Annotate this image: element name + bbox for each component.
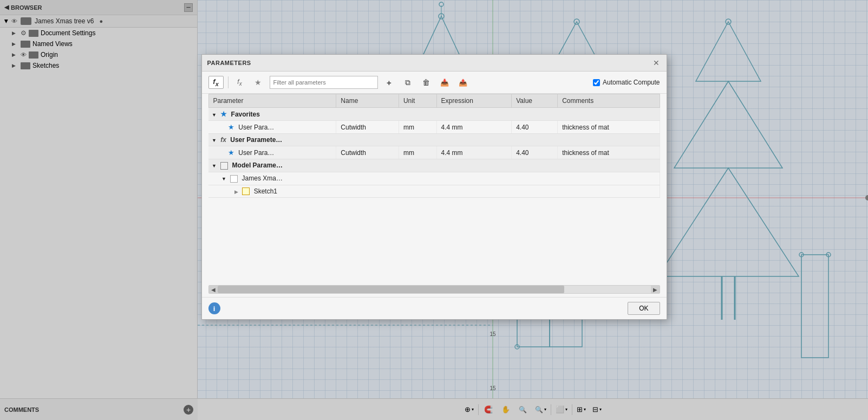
favorites-expand-icon[interactable]: ▼ bbox=[212, 112, 217, 118]
model-params-label: Model Parame… bbox=[232, 161, 283, 169]
user-params-expand-icon[interactable]: ▼ bbox=[212, 138, 217, 143]
parameters-table-container: Parameter Name Unit Expression Value Com… bbox=[208, 94, 660, 282]
table-header-row: Parameter Name Unit Expression Value Com… bbox=[208, 94, 660, 108]
parameters-table: Parameter Name Unit Expression Value Com… bbox=[208, 94, 660, 198]
modal-overlay: PARAMETERS ✕ fx fx ★ + ⧉ 🗑 📥 � bbox=[0, 0, 868, 420]
fav-row-unit: mm bbox=[399, 121, 436, 134]
user-row-param: ★ User Para… bbox=[208, 146, 336, 159]
user-row-param-label: User Para… bbox=[238, 149, 274, 157]
scroll-left-arrow[interactable]: ◀ bbox=[209, 285, 218, 294]
info-icon[interactable]: i bbox=[208, 302, 220, 314]
dialog-footer: i OK bbox=[202, 297, 667, 319]
sketch1-icon bbox=[242, 188, 250, 195]
fx2-button[interactable]: fx bbox=[233, 76, 247, 89]
fx2-icon: fx bbox=[237, 78, 242, 87]
horizontal-scrollbar[interactable]: ◀ ▶ bbox=[208, 285, 660, 294]
user-params-fx-icon: fx bbox=[220, 136, 226, 144]
james-expand-icon[interactable]: ▼ bbox=[221, 176, 226, 182]
sketch1-label: Sketch1 bbox=[254, 188, 277, 195]
auto-compute-section: Automatic Compute bbox=[593, 79, 660, 86]
favorites-label: Favorites bbox=[231, 111, 260, 118]
user-params-row-0[interactable]: ★ User Para… Cutwidth mm 4.4 mm 4.40 thi… bbox=[208, 146, 660, 159]
star-outline-icon: ★ bbox=[254, 78, 262, 87]
fav-row-name: Cutwidth bbox=[336, 121, 399, 134]
copy-parameter-button[interactable]: ⧉ bbox=[401, 76, 415, 89]
model-params-box-icon bbox=[220, 162, 228, 170]
user-row-comments: thickness of mat bbox=[558, 146, 660, 159]
filter-input[interactable] bbox=[270, 76, 378, 89]
dialog-close-button[interactable]: ✕ bbox=[651, 58, 661, 68]
col-unit: Unit bbox=[399, 94, 436, 108]
user-params-label: User Paramete… bbox=[230, 136, 282, 144]
user-row-value: 4.40 bbox=[512, 146, 558, 159]
toolbar-separator-1 bbox=[228, 76, 229, 88]
fav-row-param: ★ User Para… bbox=[208, 121, 336, 134]
fx-icon: fx bbox=[213, 77, 218, 87]
sketch1-row[interactable]: ▶ Sketch1 bbox=[208, 185, 660, 198]
favorites-star-icon: ★ bbox=[220, 110, 227, 118]
add-parameter-button[interactable]: + bbox=[382, 76, 396, 89]
user-params-group-row[interactable]: ▼ fx User Paramete… bbox=[208, 134, 660, 146]
james-label: James Xma… bbox=[242, 175, 283, 182]
auto-compute-checkbox[interactable] bbox=[593, 79, 600, 86]
fav-row-comments: thickness of mat bbox=[558, 121, 660, 134]
model-params-group-row[interactable]: ▼ Model Parame… bbox=[208, 159, 660, 172]
fav-row-value: 4.40 bbox=[512, 121, 558, 134]
col-value: Value bbox=[512, 94, 558, 108]
scrollbar-thumb[interactable] bbox=[218, 286, 564, 293]
user-row-expression: 4.4 mm bbox=[436, 146, 512, 159]
favorites-row-0[interactable]: ★ User Para… Cutwidth mm 4.4 mm 4.40 thi… bbox=[208, 121, 660, 134]
scroll-right-arrow[interactable]: ▶ bbox=[651, 285, 660, 294]
col-expression: Expression bbox=[436, 94, 512, 108]
sketch1-expand-icon[interactable]: ▶ bbox=[234, 189, 238, 195]
fav-row-expression: 4.4 mm bbox=[436, 121, 512, 134]
scrollbar-track[interactable] bbox=[218, 286, 651, 293]
parameters-dialog: PARAMETERS ✕ fx fx ★ + ⧉ 🗑 📥 � bbox=[201, 54, 667, 320]
model-params-expand-icon[interactable]: ▼ bbox=[212, 163, 217, 169]
dialog-toolbar: fx fx ★ + ⧉ 🗑 📥 📤 Automatic Compute bbox=[202, 72, 667, 94]
import-parameter-button[interactable]: 📥 bbox=[438, 76, 452, 89]
james-xma-group-row[interactable]: ▼ James Xma… bbox=[208, 172, 660, 185]
fav-row-star-icon: ★ bbox=[228, 123, 234, 131]
fav-row-param-label: User Para… bbox=[238, 124, 274, 131]
user-row-unit: mm bbox=[399, 146, 436, 159]
ok-button[interactable]: OK bbox=[628, 302, 660, 315]
fx-button[interactable]: fx bbox=[208, 76, 224, 89]
export-parameter-button[interactable]: 📤 bbox=[456, 76, 470, 89]
user-row-star-icon: ★ bbox=[228, 148, 234, 157]
auto-compute-label: Automatic Compute bbox=[603, 79, 660, 86]
col-name: Name bbox=[336, 94, 399, 108]
col-parameter: Parameter bbox=[208, 94, 336, 108]
user-row-name: Cutwidth bbox=[336, 146, 399, 159]
james-doc-icon bbox=[230, 175, 238, 183]
favorites-button[interactable]: ★ bbox=[251, 76, 265, 89]
delete-parameter-button[interactable]: 🗑 bbox=[419, 76, 433, 89]
favorites-group-row[interactable]: ▼ ★ Favorites bbox=[208, 108, 660, 121]
dialog-title: PARAMETERS bbox=[207, 60, 251, 66]
col-comments: Comments bbox=[558, 94, 660, 108]
dialog-titlebar: PARAMETERS ✕ bbox=[202, 55, 667, 72]
